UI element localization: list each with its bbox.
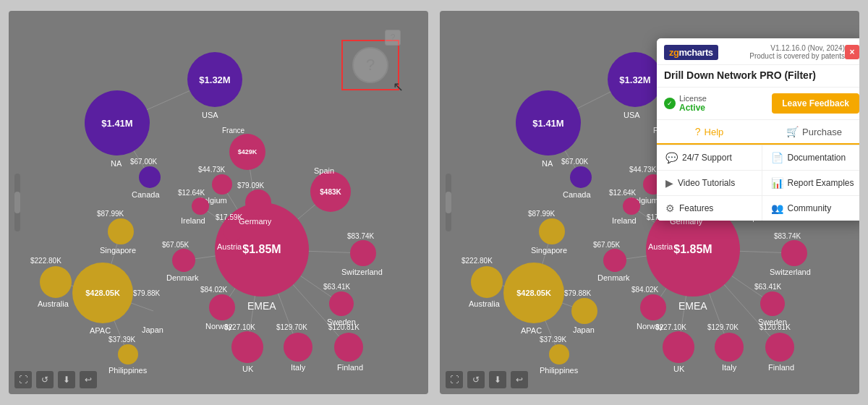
- value-japan: $79.88K: [133, 289, 160, 297]
- r-node-usa[interactable]: $1.32M: [608, 52, 663, 107]
- tutorials-label: Video Tutorials: [678, 178, 735, 188]
- community-icon: 👥: [771, 202, 783, 214]
- r-node-sweden[interactable]: [760, 291, 785, 316]
- r-node-italy[interactable]: [715, 333, 744, 362]
- r-node-australia[interactable]: [471, 266, 503, 298]
- r-value-canada: $67.00K: [561, 158, 588, 166]
- logo-zg: zg: [669, 47, 678, 58]
- features-label: Features: [679, 203, 713, 213]
- r-node-norway[interactable]: [640, 294, 666, 320]
- value-uk: $227.10K: [224, 323, 255, 331]
- help-tab-label: Help: [705, 127, 724, 137]
- value-canada: $67.00K: [130, 158, 157, 166]
- label-australia: Australia: [38, 299, 69, 308]
- r-fullscreen-button[interactable]: ⛶: [446, 371, 463, 388]
- scroll-thumb: [14, 192, 20, 213]
- question-overlay: ? ? ↖: [341, 40, 399, 90]
- node-australia[interactable]: [40, 266, 72, 298]
- r-node-canada[interactable]: [570, 166, 592, 188]
- features-icon: ⚙: [665, 202, 675, 214]
- node-usa[interactable]: $1.32M: [187, 52, 242, 107]
- r-value-belgium: $44.73K: [629, 166, 656, 174]
- node-italy[interactable]: [284, 333, 312, 362]
- r-node-philippines[interactable]: [549, 344, 569, 364]
- node-norway[interactable]: [209, 294, 235, 320]
- r-node-austria[interactable]: [655, 222, 673, 241]
- node-apac[interactable]: $428.05K: [72, 263, 133, 323]
- help-corner-icon[interactable]: ?: [385, 30, 401, 46]
- r-node-uk[interactable]: [663, 331, 694, 363]
- scroll-indicator[interactable]: [14, 174, 20, 231]
- r-node-ireland[interactable]: [623, 197, 640, 215]
- node-philippines[interactable]: [118, 344, 138, 364]
- license-value: Active: [679, 103, 707, 113]
- fullscreen-button[interactable]: ⛶: [14, 371, 32, 388]
- grid-community[interactable]: 👥 Community: [762, 196, 860, 221]
- node-spain[interactable]: $483K: [310, 171, 351, 212]
- label-italy: Italy: [291, 363, 305, 372]
- support-label: 24/7 Support: [682, 153, 732, 163]
- popup-header: zgmcharts V1.12.16.0 (Nov, 2024) Product…: [657, 38, 859, 65]
- node-sweden[interactable]: [329, 291, 354, 316]
- r-node-switzerland[interactable]: [781, 240, 807, 266]
- value-denmark: $67.05K: [162, 241, 189, 249]
- r-refresh-button[interactable]: ↺: [467, 371, 485, 388]
- r-node-na[interactable]: $1.41M: [516, 90, 581, 155]
- r-value-philippines: $37.39K: [540, 336, 566, 344]
- grid-features[interactable]: ⚙ Features: [657, 196, 762, 221]
- r-value-italy: $129.70K: [707, 323, 739, 331]
- node-canada[interactable]: [139, 166, 161, 188]
- question-box: ? ? ↖: [341, 40, 399, 90]
- r-label-austria: Austria: [648, 242, 673, 251]
- r-label-usa: USA: [624, 111, 640, 119]
- r-node-singapore[interactable]: [539, 218, 565, 244]
- value-italy: $129.70K: [276, 323, 307, 331]
- feedback-button[interactable]: Leave Feedback: [772, 93, 859, 114]
- node-singapore[interactable]: [108, 218, 134, 244]
- r-node-denmark[interactable]: [603, 249, 626, 272]
- r-scroll-indicator[interactable]: [446, 174, 451, 231]
- value-austria: $17.59K: [216, 213, 242, 221]
- node-germany[interactable]: [245, 189, 271, 216]
- node-uk[interactable]: [231, 331, 263, 363]
- r-label-singapore: Singapore: [531, 246, 567, 255]
- r-back-button[interactable]: ↩: [511, 371, 528, 388]
- popup-grid: 💬 24/7 Support 📄 Documentation ▶ Video T…: [657, 145, 859, 221]
- tab-purchase[interactable]: 🛒 Purchase: [762, 120, 859, 143]
- node-finland[interactable]: [334, 333, 363, 362]
- right-chart: $1.32M USA $1.41M NA $1.85M EMEA $428.05…: [440, 11, 859, 394]
- r-node-japan[interactable]: [571, 298, 597, 324]
- node-na[interactable]: $1.41M: [85, 90, 150, 155]
- support-icon: 💬: [665, 152, 678, 163]
- r-value-ireland: $12.64K: [609, 189, 636, 197]
- node-denmark[interactable]: [172, 249, 195, 272]
- r-value-uk: $227.10K: [655, 323, 686, 331]
- license-badge: ✓ License Active: [664, 94, 766, 113]
- r-node-apac[interactable]: $428.05K: [503, 263, 564, 323]
- node-switzerland[interactable]: [350, 240, 376, 266]
- popup-close-button[interactable]: ×: [845, 45, 859, 59]
- back-button[interactable]: ↩: [80, 371, 97, 388]
- grid-docs[interactable]: 📄 Documentation: [762, 145, 860, 170]
- popup-logo: zgmcharts: [664, 45, 718, 60]
- node-ireland[interactable]: [192, 197, 209, 215]
- docs-label: Documentation: [788, 153, 846, 163]
- download-button[interactable]: ⬇: [58, 371, 75, 388]
- chart-background: $1.32M USA $1.41M NA $1.85M EMEA $428.05…: [9, 11, 428, 394]
- r-node-finland[interactable]: [765, 333, 794, 362]
- label-ireland: Ireland: [181, 216, 205, 225]
- refresh-button[interactable]: ↺: [36, 371, 54, 388]
- grid-support[interactable]: 💬 24/7 Support: [657, 145, 762, 170]
- tab-help[interactable]: ? Help: [657, 120, 762, 145]
- node-belgium[interactable]: [212, 174, 232, 195]
- tutorials-icon: ▶: [665, 177, 673, 189]
- r-value-finland: $120.81K: [760, 323, 791, 331]
- grid-tutorials[interactable]: ▶ Video Tutorials: [657, 171, 762, 195]
- license-label: License: [679, 94, 707, 103]
- node-france[interactable]: $429K: [229, 134, 265, 170]
- node-austria[interactable]: [224, 222, 242, 241]
- popup-tabs: ? Help 🛒 Purchase: [657, 120, 859, 145]
- grid-examples[interactable]: 📊 Report Examples: [762, 171, 860, 195]
- r-download-button[interactable]: ⬇: [489, 371, 506, 388]
- label-usa: USA: [202, 111, 218, 119]
